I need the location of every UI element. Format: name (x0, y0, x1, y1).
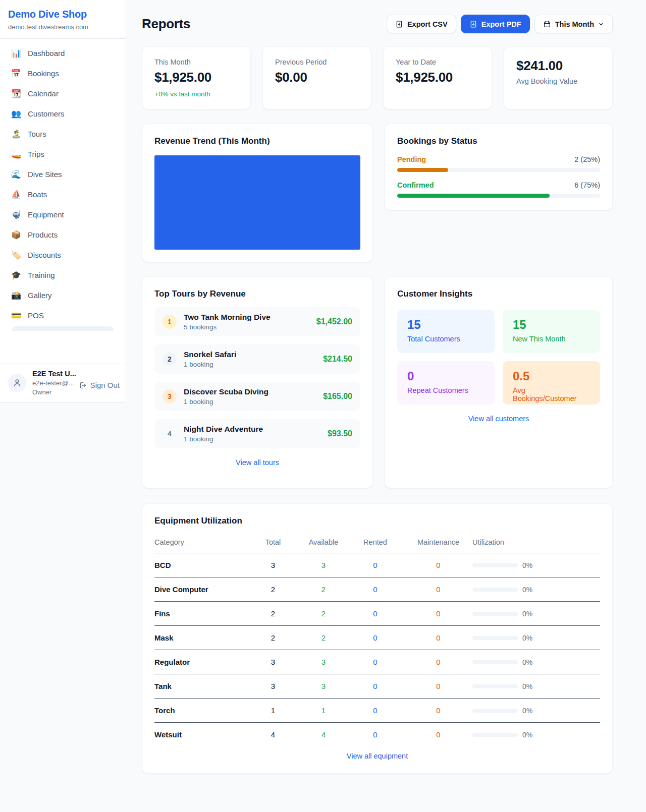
view-all-customers-link[interactable]: View all customers (397, 415, 600, 423)
tour-bookings: 1 booking (184, 435, 328, 443)
sidebar-nav: 📊 Dashboard 📅 Bookings 📆 Calendar 👥 Cust… (0, 39, 126, 331)
cell-category: Wetsuit (154, 723, 245, 742)
sidebar-item-label: Training (28, 271, 55, 279)
cell-total: 2 (245, 602, 301, 626)
export-csv-label: Export CSV (407, 20, 448, 28)
export-pdf-button[interactable]: Export PDF (461, 15, 530, 33)
sidebar-item-label: Discounts (28, 251, 61, 259)
sign-out-button[interactable]: Sign Out (79, 381, 120, 389)
equipment-utilization-title: Equipment Utilization (154, 516, 600, 526)
cell-rented: 0 (346, 723, 404, 742)
rank-badge: 4 (163, 427, 177, 441)
sidebar-item-training[interactable]: 🎓 Training (6, 266, 120, 284)
equipment-icon: 🤿 (11, 211, 21, 219)
cell-rented: 0 (346, 577, 404, 602)
cell-utilization: 0% (472, 723, 600, 742)
cell-total: 3 (245, 650, 301, 674)
sign-out-label: Sign Out (90, 381, 120, 389)
utilization-bar-track (472, 709, 518, 713)
utilization-bar-track (472, 636, 518, 640)
cell-category: Torch (154, 699, 245, 723)
sidebar-item-gallery[interactable]: 📸 Gallery (6, 286, 120, 305)
utilization-bar-track (472, 563, 518, 567)
cell-total: 4 (245, 723, 301, 742)
sidebar-item-label: Boats (28, 190, 47, 199)
sidebar-item-dashboard[interactable]: 📊 Dashboard (6, 44, 120, 63)
cell-utilization: 0% (472, 602, 600, 626)
col-header-total: Total (245, 533, 301, 553)
page-header: Reports Export CSV Export PDF (142, 15, 613, 33)
tour-amount: $214.50 (323, 355, 352, 364)
sidebar-item-equipment[interactable]: 🤿 Equipment (6, 205, 120, 224)
insight-value: 15 (513, 318, 590, 332)
tour-name: Two Tank Morning Dive (184, 313, 316, 322)
sidebar-item-boats[interactable]: ⛵ Boats (6, 185, 120, 204)
view-all-equipment-link[interactable]: View all equipment (154, 752, 600, 760)
tour-name: Discover Scuba Diving (184, 387, 323, 396)
utilization-bar-track (472, 660, 518, 664)
cell-maintenance: 0 (404, 577, 472, 602)
status-label: Confirmed (397, 181, 434, 189)
utilization-percent: 0% (522, 707, 532, 715)
insight-label: Avg Bookings/Customer (513, 386, 590, 402)
status-bar-track (397, 194, 600, 198)
sidebar-item-discounts[interactable]: 🏷️ Discounts (6, 246, 120, 264)
top-tours-title: Top Tours by Revenue (154, 289, 360, 299)
tour-row: 3 Discover Scuba Diving 1 booking $165.0… (154, 382, 360, 411)
cell-utilization: 0% (472, 699, 600, 723)
sidebar-item-pos[interactable]: 💳 POS (6, 306, 120, 325)
period-select[interactable]: This Month (534, 15, 613, 33)
cell-maintenance: 0 (404, 553, 472, 577)
stat-value: $0.00 (275, 70, 359, 85)
insights-grid: 15 Total Customers 15 New This Month 0 R… (397, 310, 600, 404)
table-row: Wetsuit 4 4 0 0 0% (154, 723, 600, 742)
insight-label: New This Month (513, 335, 590, 343)
table-row: Fins 2 2 0 0 0% (154, 602, 600, 626)
sidebar-active-item-partial[interactable] (12, 326, 114, 331)
view-all-tours-link[interactable]: View all tours (154, 458, 360, 467)
status-label: Pending (397, 155, 426, 163)
tour-row: 2 Snorkel Safari 1 booking $214.50 (154, 344, 360, 374)
insight-avg-bookings: 0.5 Avg Bookings/Customer (503, 361, 600, 404)
utilization-percent: 0% (522, 682, 532, 690)
sidebar-item-customers[interactable]: 👥 Customers (6, 104, 120, 123)
cell-maintenance: 0 (404, 699, 472, 723)
gallery-icon: 📸 (11, 292, 21, 300)
cell-maintenance: 0 (404, 626, 472, 650)
tour-amount: $1,452.00 (316, 317, 352, 326)
export-csv-button[interactable]: Export CSV (387, 15, 456, 33)
sidebar-item-label: Gallery (28, 291, 52, 300)
sidebar-item-calendar[interactable]: 📆 Calendar (6, 84, 120, 103)
person-icon (12, 378, 22, 388)
insight-value: 0 (407, 369, 484, 383)
insight-total-customers: 15 Total Customers (397, 310, 495, 353)
stat-value: $1,925.00 (154, 70, 238, 85)
col-header-category: Category (154, 533, 245, 553)
calendar-icon (543, 20, 551, 28)
sidebar-item-label: Tours (28, 130, 46, 138)
sidebar-item-products[interactable]: 📦 Products (6, 225, 120, 244)
sidebar-item-dive-sites[interactable]: 🌊 Dive Sites (6, 165, 120, 184)
utilization-percent: 0% (522, 634, 532, 642)
sidebar-item-tours[interactable]: 🏝️ Tours (6, 125, 120, 143)
cell-available: 2 (301, 602, 346, 626)
tour-info: Discover Scuba Diving 1 booking (184, 387, 323, 405)
sidebar-item-trips[interactable]: 🚤 Trips (6, 145, 120, 163)
customers-icon: 👥 (11, 110, 21, 118)
sidebar-item-bookings[interactable]: 📅 Bookings (6, 64, 120, 83)
dive-sites-icon: 🌊 (11, 170, 21, 179)
table-row: Torch 1 1 0 0 0% (154, 699, 600, 723)
top-tours-card: Top Tours by Revenue 1 Two Tank Morning … (142, 276, 373, 488)
tour-bookings: 5 bookings (184, 323, 316, 331)
stat-cards: This Month $1,925.00 +0% vs last month P… (142, 46, 613, 109)
sidebar-item-label: Trips (28, 150, 44, 158)
calendar-icon: 📆 (11, 90, 21, 98)
cell-rented: 0 (346, 674, 404, 699)
sidebar: Demo Dive Shop demo.test.divestreams.com… (0, 0, 126, 402)
tour-amount: $165.00 (323, 392, 352, 401)
insight-new-this-month: 15 New This Month (503, 310, 600, 353)
utilization-percent: 0% (522, 731, 532, 739)
stat-delta: +0% vs last month (154, 90, 238, 98)
table-row: BCD 3 3 0 0 0% (154, 553, 600, 577)
cell-category: Dive Computer (154, 577, 245, 602)
